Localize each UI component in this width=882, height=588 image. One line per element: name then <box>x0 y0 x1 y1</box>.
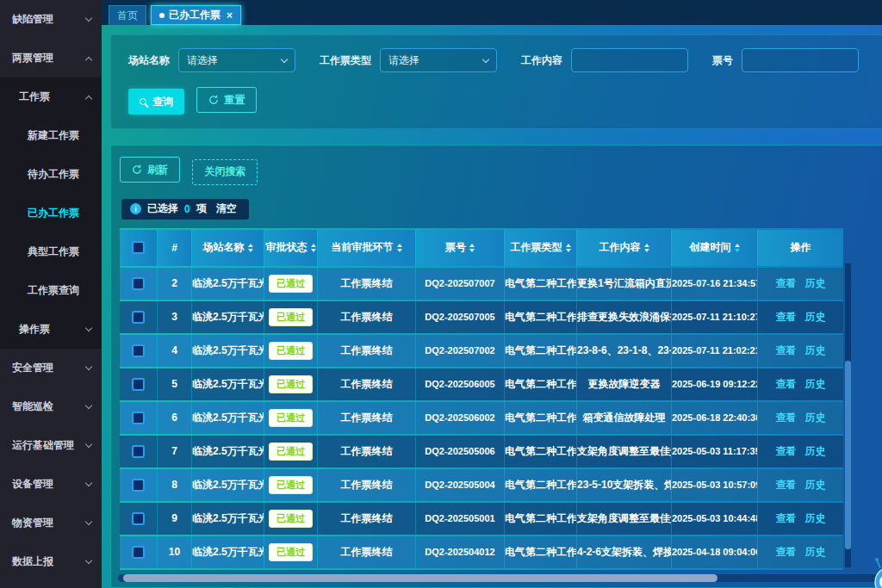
column-header: 工作票类型 <box>505 230 577 266</box>
sort-asc-icon <box>311 244 316 247</box>
sidebar-item[interactable]: 运行基础管理 <box>0 426 102 465</box>
search-field: 工作内容 <box>521 48 688 72</box>
sidebar-item[interactable]: 数据上报 <box>0 542 102 581</box>
sort-icon[interactable] <box>644 244 649 252</box>
view-link[interactable]: 查看 <box>776 479 797 491</box>
close-icon[interactable]: × <box>227 10 233 21</box>
row-checkbox[interactable] <box>132 311 145 324</box>
sort-icon[interactable] <box>735 244 740 252</box>
sidebar-item[interactable]: 操作票 <box>0 310 102 349</box>
row-checkbox[interactable] <box>132 546 145 559</box>
sidebar-item[interactable]: 设备管理 <box>0 465 102 504</box>
tab-首页[interactable]: 首页 <box>109 5 146 25</box>
history-link[interactable]: 历史 <box>805 277 826 289</box>
tab-已办工作票[interactable]: 已办工作票× <box>151 5 241 25</box>
sort-asc-icon <box>248 244 253 247</box>
dropdown[interactable]: 请选择 <box>380 48 497 72</box>
cell-content: 23-5-10支架拆装、焊接... <box>577 469 672 501</box>
search-icon <box>140 98 146 105</box>
sidebar-item[interactable]: 新建工作票 <box>0 116 102 155</box>
view-link[interactable]: 查看 <box>776 412 797 424</box>
dropdown[interactable]: 请选择 <box>178 48 295 72</box>
status-badge: 已通过 <box>269 375 313 393</box>
sidebar-item[interactable]: 安全管理 <box>0 349 102 387</box>
column-header-label: 票号 <box>445 240 466 255</box>
history-link[interactable]: 历史 <box>805 412 826 424</box>
checkbox-cell <box>120 368 158 400</box>
close-search-button[interactable]: 关闭搜索 <box>192 159 258 185</box>
history-link[interactable]: 历史 <box>805 445 826 457</box>
status-badge: 已通过 <box>269 275 313 293</box>
sort-icon[interactable] <box>397 244 402 252</box>
clear-selection-link[interactable]: 清空 <box>216 201 237 216</box>
chevron-up-icon <box>85 56 92 63</box>
row-checkbox[interactable] <box>132 445 145 458</box>
sort-icon[interactable] <box>311 244 316 252</box>
sort-icon[interactable] <box>469 244 475 252</box>
cell-type: 电气第二种工作票 <box>505 301 577 333</box>
cell-status: 已通过 <box>264 402 318 434</box>
history-link[interactable]: 历史 <box>805 512 826 524</box>
column-header: 票号 <box>416 230 505 266</box>
text-input[interactable] <box>742 48 859 72</box>
chevron-down-icon <box>85 363 92 370</box>
view-link[interactable]: 查看 <box>776 445 797 457</box>
sidebar-item[interactable]: 工作票 <box>0 77 102 116</box>
horizontal-scrollbar-thumb[interactable] <box>123 574 717 582</box>
sidebar-item[interactable]: 待办工作票 <box>0 155 102 194</box>
reset-button-label: 重置 <box>224 93 245 108</box>
row-checkbox[interactable] <box>132 378 145 391</box>
row-checkbox[interactable] <box>132 479 145 492</box>
text-input[interactable] <box>571 48 688 72</box>
horizontal-scrollbar[interactable] <box>118 574 879 582</box>
query-button-label: 查询 <box>152 95 173 109</box>
view-link[interactable]: 查看 <box>776 378 797 390</box>
row-checkbox[interactable] <box>132 512 145 525</box>
cell-actions: 查看历史 <box>758 436 843 467</box>
sidebar-item[interactable]: 物资管理 <box>0 504 102 542</box>
cell-content: 23-8-6、23-1-8、23-1-9... <box>577 335 672 367</box>
assistant-robot-icon[interactable] <box>870 556 882 588</box>
refresh-button[interactable]: 刷新 <box>120 157 180 183</box>
history-link[interactable]: 历史 <box>805 344 826 356</box>
history-link[interactable]: 历史 <box>805 311 826 323</box>
cell-index: 3 <box>158 301 192 333</box>
cell-created: 2025-06-18 22:40:36 <box>672 402 758 434</box>
checkbox-cell <box>120 503 158 535</box>
cell-step: 工作票终结 <box>318 536 416 568</box>
row-checkbox[interactable] <box>132 344 145 357</box>
column-header-label: 创建时间 <box>690 240 731 255</box>
sidebar-item[interactable]: 已办工作票 <box>0 194 102 232</box>
sort-icon[interactable] <box>248 244 253 252</box>
column-header: 当前审批环节 <box>318 230 416 266</box>
view-link[interactable]: 查看 <box>776 344 797 356</box>
table-vertical-scrollbar-thumb[interactable] <box>845 361 851 549</box>
history-link[interactable]: 历史 <box>805 378 826 390</box>
view-link[interactable]: 查看 <box>776 546 797 558</box>
cell-step: 工作票终结 <box>318 301 416 333</box>
history-link[interactable]: 历史 <box>805 479 826 491</box>
view-link[interactable]: 查看 <box>776 311 797 323</box>
select-all-checkbox[interactable] <box>132 241 145 254</box>
cell-created: 2025-07-11 21:10:27 <box>672 301 758 333</box>
view-link[interactable]: 查看 <box>776 512 797 524</box>
row-checkbox[interactable] <box>132 412 145 424</box>
history-link[interactable]: 历史 <box>805 546 826 558</box>
sidebar-item[interactable]: 典型工作票 <box>0 232 102 271</box>
table-vertical-scrollbar[interactable] <box>845 263 851 567</box>
query-button[interactable]: 查询 <box>128 89 184 115</box>
view-link[interactable]: 查看 <box>776 277 797 289</box>
field-label: 工作内容 <box>521 53 562 68</box>
search-panel: 场站名称请选择工作票类型请选择工作内容票号 查询 重置 <box>110 34 882 129</box>
sort-icon[interactable] <box>566 244 571 252</box>
sidebar-item[interactable]: 智能巡检 <box>0 387 102 426</box>
sidebar-item[interactable]: 缺陷管理 <box>0 0 102 39</box>
row-checkbox[interactable] <box>132 277 145 290</box>
main-area: 首页已办工作票× 场站名称请选择工作票类型请选择工作内容票号 查询 重置 <box>102 0 882 588</box>
sidebar-item[interactable]: 两票管理 <box>0 39 102 77</box>
sidebar-item[interactable]: 工作票查询 <box>0 271 102 310</box>
sort-desc-icon <box>735 249 740 252</box>
cell-actions: 查看历史 <box>758 301 843 333</box>
reset-button[interactable]: 重置 <box>196 87 257 113</box>
column-header-label: # <box>171 242 177 254</box>
